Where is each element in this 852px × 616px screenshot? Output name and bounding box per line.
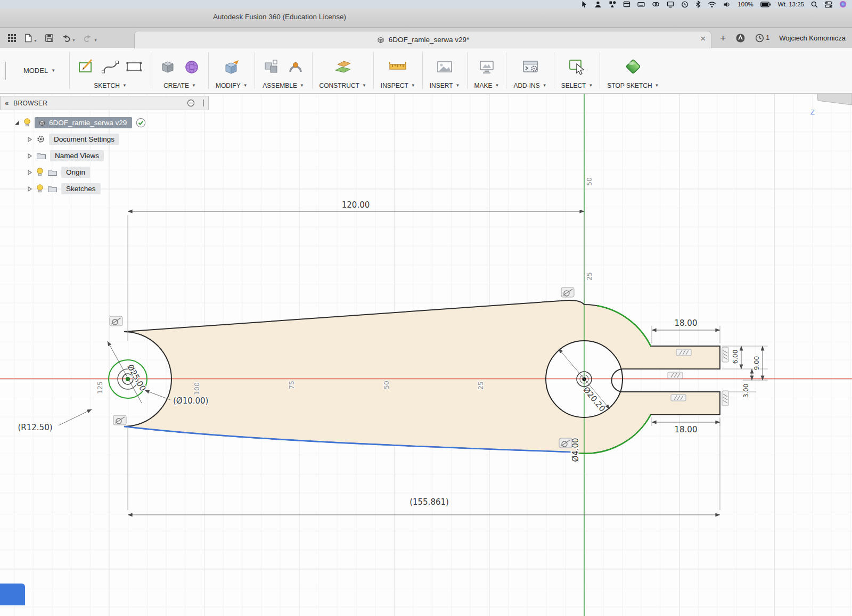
new-component-icon[interactable]	[262, 57, 281, 76]
stop-sketch-icon[interactable]	[624, 57, 643, 76]
browser-row-document-settings[interactable]: Document Settings	[0, 132, 209, 147]
workspace-selector[interactable]: MODEL ▼	[10, 48, 69, 93]
battery-icon	[760, 2, 771, 7]
browser-row-sketches[interactable]: Sketches	[0, 181, 209, 196]
history-icon[interactable]	[681, 1, 689, 8]
construct-plane-icon[interactable]	[333, 57, 353, 76]
toolbar-group-construct: CONSTRUCT▼	[313, 48, 373, 93]
spline-tool-icon[interactable]	[101, 57, 120, 76]
collapsed-arrow-icon[interactable]	[27, 169, 32, 176]
extensions-icon[interactable]	[735, 33, 746, 43]
browser-root-label: 6DOF_ramie_serwa v29	[49, 119, 127, 127]
dim-fork-c[interactable]: 9.00	[753, 356, 760, 371]
dim-fork-a[interactable]: 6.00	[732, 350, 739, 364]
visibility-bulb-icon[interactable]	[36, 168, 44, 177]
tangent-constraint-icon[interactable]	[110, 316, 122, 326]
undo-icon[interactable]	[61, 34, 71, 42]
dim-left-radius[interactable]: (R12.50)	[18, 423, 52, 432]
keyboard-icon[interactable]	[637, 1, 645, 8]
bluetooth-icon[interactable]	[695, 1, 701, 8]
window-icon[interactable]	[623, 1, 630, 8]
dim-fork-bottom[interactable]: 18.00	[675, 425, 698, 434]
toolbar-menu-modify[interactable]: MODIFY▼	[216, 80, 248, 89]
user-name[interactable]: Wojciech Komornicza	[779, 34, 846, 42]
toolbar-menu-inspect[interactable]: INSPECT▼	[381, 80, 415, 89]
measure-icon[interactable]	[388, 57, 407, 76]
dim-center-hole-dia[interactable]: Ø4.00	[571, 438, 580, 462]
toolbar-menu-assemble[interactable]: ASSEMBLE▼	[263, 80, 304, 89]
tangent-constraint-icon[interactable]	[559, 438, 572, 448]
pointer-icon[interactable]	[580, 1, 587, 8]
volume-icon[interactable]	[723, 1, 731, 8]
collapse-panel-icon[interactable]: «	[5, 100, 9, 106]
display-icon[interactable]	[667, 1, 674, 8]
hatch-constraint-icon[interactable]	[671, 395, 686, 401]
grid-label-x: 125	[96, 381, 104, 394]
new-tab-button[interactable]: +	[720, 33, 726, 43]
create-box-icon[interactable]	[158, 57, 177, 76]
new-document-icon[interactable]	[24, 34, 32, 43]
modify-press-pull-icon[interactable]	[222, 57, 241, 76]
save-icon[interactable]	[45, 34, 54, 43]
create-form-icon[interactable]	[182, 57, 201, 76]
rectangle-tool-icon[interactable]	[125, 57, 144, 76]
menubar-clock[interactable]: Wt. 13:25	[778, 1, 804, 7]
panel-grip[interactable]	[203, 100, 204, 106]
redo-icon[interactable]	[83, 34, 93, 42]
spotlight-icon[interactable]	[811, 1, 818, 8]
sketch-profile[interactable]	[124, 300, 720, 454]
create-sketch-icon[interactable]	[77, 57, 96, 76]
browser-row-named-views[interactable]: Named Views	[0, 148, 209, 163]
toolbar-menu-addins[interactable]: ADD-INS▼	[513, 80, 546, 89]
joint-icon[interactable]	[286, 57, 305, 76]
document-tab[interactable]: 6DOF_ramie_serwa v29* ×	[134, 31, 711, 48]
chevron-down-icon[interactable]: ▼	[72, 38, 76, 42]
dim-fork-b[interactable]: 3.00	[742, 384, 750, 398]
toolbar-menu-make[interactable]: MAKE▼	[474, 80, 499, 89]
browser-root-chip[interactable]: 6DOF_ramie_serwa v29	[35, 117, 132, 128]
toolbar-menu-select[interactable]: SELECT▼	[561, 80, 593, 89]
collapsed-arrow-icon[interactable]	[27, 186, 32, 192]
toolbar-group-select: SELECT▼	[554, 48, 600, 93]
expanded-arrow-icon[interactable]	[14, 120, 20, 126]
toolbar-grip[interactable]	[0, 48, 10, 93]
browser-row-origin[interactable]: Origin	[0, 165, 209, 180]
user-icon[interactable]	[594, 1, 602, 8]
job-status[interactable]: 1	[755, 34, 769, 43]
toolbar-menu-create[interactable]: CREATE▼	[163, 80, 196, 89]
dim-left-inner-dia[interactable]: (Ø10.00)	[173, 396, 208, 406]
dim-fork-top[interactable]: 18.00	[675, 318, 698, 328]
chevron-down-icon[interactable]: ▼	[34, 39, 37, 43]
dim-top-width[interactable]: 120.00	[342, 200, 370, 210]
visibility-bulb-icon[interactable]	[23, 118, 31, 127]
tab-close-icon[interactable]: ×	[700, 34, 706, 44]
siri-icon[interactable]	[839, 1, 847, 8]
hatch-constraint-icon[interactable]	[722, 347, 728, 362]
display-settings-icon[interactable]	[187, 99, 195, 107]
toolbar-menu-construct[interactable]: CONSTRUCT▼	[320, 80, 366, 89]
app-grid-icon[interactable]	[7, 34, 17, 43]
add-ins-icon[interactable]	[521, 57, 540, 76]
insert-image-icon[interactable]	[435, 57, 454, 76]
collapsed-arrow-icon[interactable]	[27, 153, 32, 159]
shapes-icon[interactable]	[609, 1, 616, 8]
control-center-icon[interactable]	[825, 1, 832, 8]
collapsed-arrow-icon[interactable]	[27, 136, 32, 143]
toolbar-menu-insert[interactable]: INSERT▼	[430, 80, 460, 89]
hatch-constraint-icon[interactable]	[676, 349, 691, 356]
dim-bottom-width[interactable]: (155.861)	[409, 497, 449, 507]
toolbar-menu-stop-sketch[interactable]: STOP SKETCH▼	[607, 80, 659, 89]
wifi-icon[interactable]	[708, 1, 716, 8]
select-icon[interactable]	[568, 57, 587, 76]
browser-panel: « BROWSER 6DOF_ramie_serwa v29 Document …	[0, 96, 209, 196]
visibility-bulb-icon[interactable]	[36, 184, 44, 193]
tangent-constraint-icon[interactable]	[561, 288, 574, 297]
hatch-constraint-icon[interactable]	[668, 372, 683, 379]
make-icon[interactable]	[477, 57, 496, 76]
tangent-constraint-icon[interactable]	[113, 415, 126, 425]
browser-row-root[interactable]: 6DOF_ramie_serwa v29	[0, 115, 209, 130]
toolbar-menu-sketch[interactable]: SKETCH▼	[94, 80, 127, 89]
hatch-constraint-icon[interactable]	[722, 391, 728, 406]
circles-icon[interactable]	[652, 1, 660, 8]
chevron-down-icon[interactable]: ▼	[94, 38, 97, 42]
